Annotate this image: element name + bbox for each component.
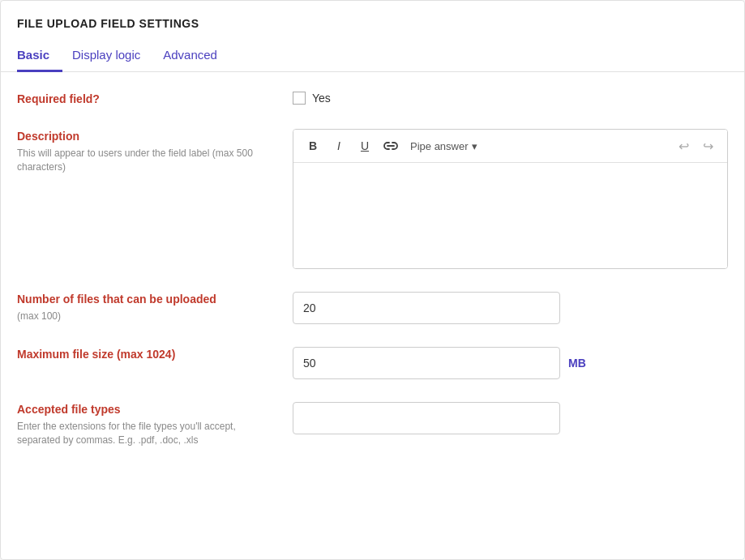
required-field-label: Required field? xyxy=(17,92,100,105)
panel-header: FILE UPLOAD FIELD SETTINGS Basic Display… xyxy=(1,1,744,72)
max-file-size-field-row: Maximum file size (max 1024) MB xyxy=(17,347,728,379)
tab-basic[interactable]: Basic xyxy=(17,41,62,72)
bold-button[interactable]: B xyxy=(302,135,324,157)
redo-button[interactable]: ↪ xyxy=(696,135,719,157)
accepted-types-field-row: Accepted file types Enter the extensions… xyxy=(17,402,728,447)
settings-panel: FILE UPLOAD FIELD SETTINGS Basic Display… xyxy=(0,0,745,560)
pipe-answer-button[interactable]: Pipe answer ▾ xyxy=(405,139,482,154)
pipe-answer-chevron-icon: ▾ xyxy=(472,140,477,152)
accepted-types-input[interactable] xyxy=(293,402,560,434)
accepted-types-sublabel: Enter the extensions for the file types … xyxy=(17,420,276,447)
link-icon xyxy=(383,140,398,152)
required-label-col: Required field? xyxy=(17,92,293,106)
description-input[interactable] xyxy=(293,163,727,268)
accepted-types-label-col: Accepted file types Enter the extensions… xyxy=(17,402,293,447)
description-field-row: Description This will appear to users un… xyxy=(17,129,728,269)
italic-button[interactable]: I xyxy=(328,135,350,157)
description-sublabel: This will appear to users under the fiel… xyxy=(17,147,276,174)
required-checkbox[interactable] xyxy=(293,92,306,105)
underline-button[interactable]: U xyxy=(353,135,376,157)
description-label-col: Description This will appear to users un… xyxy=(17,129,293,174)
description-editor: B I U Pipe answer xyxy=(293,129,728,269)
tab-advanced[interactable]: Advanced xyxy=(163,41,230,72)
required-checkbox-label: Yes xyxy=(312,92,331,105)
description-control-col: B I U Pipe answer xyxy=(293,129,728,269)
toolbar-history: ↩ ↪ xyxy=(672,135,719,157)
num-files-control-col xyxy=(293,292,728,324)
max-file-size-label: Maximum file size (max 1024) xyxy=(17,348,175,361)
required-row: Yes xyxy=(293,92,728,105)
tabs-container: Basic Display logic Advanced xyxy=(17,41,728,71)
file-size-row: MB xyxy=(293,347,728,379)
num-files-sublabel: (max 100) xyxy=(17,310,276,323)
accepted-types-control-col xyxy=(293,402,728,434)
panel-body: Required field? Yes Description This wil… xyxy=(1,72,744,489)
max-file-size-input[interactable] xyxy=(293,347,560,379)
num-files-field-row: Number of files that can be uploaded (ma… xyxy=(17,292,728,324)
tab-display-logic[interactable]: Display logic xyxy=(72,41,153,72)
undo-button[interactable]: ↩ xyxy=(672,135,695,157)
max-file-size-label-col: Maximum file size (max 1024) xyxy=(17,347,293,361)
num-files-input[interactable] xyxy=(293,292,560,324)
description-field-label: Description xyxy=(17,130,79,143)
num-files-label-col: Number of files that can be uploaded (ma… xyxy=(17,292,293,323)
pipe-answer-label: Pipe answer xyxy=(410,140,469,152)
editor-toolbar: B I U Pipe answer xyxy=(293,130,727,163)
num-files-label: Number of files that can be uploaded xyxy=(17,293,216,306)
link-button[interactable] xyxy=(379,135,402,157)
max-file-size-control-col: MB xyxy=(293,347,728,379)
required-field-row: Required field? Yes xyxy=(17,92,728,106)
accepted-types-label: Accepted file types xyxy=(17,403,121,416)
mb-unit-label: MB xyxy=(568,357,586,370)
required-control-col: Yes xyxy=(293,92,728,105)
panel-title: FILE UPLOAD FIELD SETTINGS xyxy=(17,17,728,30)
